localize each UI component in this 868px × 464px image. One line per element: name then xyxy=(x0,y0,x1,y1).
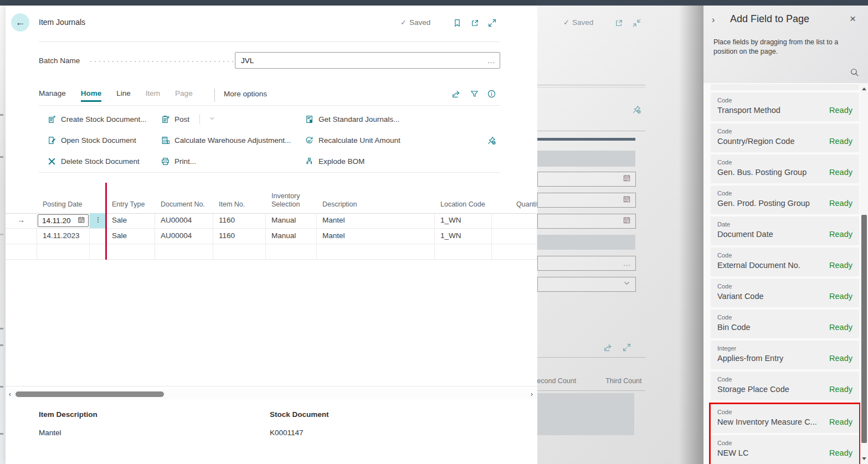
cell-posting-date[interactable]: 14.11.2023 xyxy=(37,229,90,244)
cell-quantity[interactable]: 2 xyxy=(492,229,537,244)
background-artifact xyxy=(0,234,3,235)
cell-document-no[interactable]: AU00004 xyxy=(155,229,213,244)
unpin-icon[interactable] xyxy=(486,135,496,145)
cell-inventory-selection[interactable]: Manual xyxy=(266,229,317,244)
cell-location-code[interactable] xyxy=(435,244,492,259)
column-header-location-code[interactable]: Location Code xyxy=(435,200,492,213)
scroll-right-icon[interactable]: › xyxy=(528,389,535,399)
row-context-menu-button[interactable] xyxy=(90,213,106,228)
row-selector[interactable] xyxy=(6,244,37,259)
field-card-gen-bus-posting-group[interactable]: CodeGen. Bus. Posting GroupReady xyxy=(711,154,859,183)
bookmark-icon[interactable] xyxy=(452,18,462,28)
column-header-quantity[interactable]: Quantity xyxy=(492,200,537,213)
cell-entry-type[interactable]: Sale xyxy=(106,213,155,228)
cell-location-code[interactable]: 1_WN xyxy=(435,213,492,228)
action-recalculate-unit-amount[interactable]: Recalculate Unit Amount xyxy=(305,133,400,147)
cell-description[interactable]: Mantel xyxy=(317,213,435,228)
more-options-button[interactable]: More options xyxy=(224,90,267,98)
scroll-left-icon[interactable]: ‹ xyxy=(7,389,13,399)
action-open-stock-document[interactable]: Open Stock Document xyxy=(47,133,147,147)
field-card-new-inventory-measure-c[interactable]: CodeNew Inventory Measure C...Ready xyxy=(711,404,859,433)
expand-icon[interactable] xyxy=(487,18,497,28)
field-card-variant-code[interactable]: CodeVariant CodeReady xyxy=(711,279,859,307)
action-post[interactable]: Post xyxy=(161,112,291,126)
info-icon[interactable] xyxy=(486,89,496,99)
action-calculate-warehouse-adjustment[interactable]: Calculate Warehouse Adjustment... xyxy=(161,133,291,147)
posting-date-input[interactable]: 14.11.20 xyxy=(38,214,89,227)
column-header-inventory-selection[interactable]: Inventory Selection xyxy=(266,192,317,213)
cell-document-no[interactable]: AU00004 xyxy=(155,213,213,228)
cell-quantity[interactable] xyxy=(492,244,537,259)
scroll-down-icon[interactable] xyxy=(862,457,866,460)
column-header-description[interactable]: Description xyxy=(317,200,435,213)
cell-item-no[interactable]: 1160 xyxy=(213,213,266,228)
field-card-transport-method[interactable]: CodeTransport MethodReady xyxy=(711,92,859,121)
action-print[interactable]: Print... xyxy=(161,154,291,168)
cell-location-code[interactable]: 1_WN xyxy=(435,229,492,244)
back-button[interactable]: ← xyxy=(11,13,29,32)
filter-icon[interactable] xyxy=(469,89,479,99)
action-delete-stock-document[interactable]: Delete Stock Document xyxy=(47,154,147,168)
cell-entry-type[interactable]: Sale xyxy=(106,229,155,244)
table-row[interactable] xyxy=(6,244,537,260)
open-in-new-window-icon[interactable] xyxy=(470,18,480,28)
action-column-3: Get Standard Journals...Recalculate Unit… xyxy=(305,112,400,168)
field-name: Gen. Bus. Posting Group xyxy=(717,168,807,177)
field-card-new-lc[interactable]: CodeNEW LCReady xyxy=(711,435,859,464)
calendar-icon[interactable] xyxy=(78,216,85,225)
column-header-posting-date[interactable]: Posting Date xyxy=(37,200,90,213)
action-get-standard-journals[interactable]: Get Standard Journals... xyxy=(305,112,400,126)
panel-scrollbar-thumb[interactable] xyxy=(861,215,867,443)
field-type: Code xyxy=(717,189,852,197)
search-icon[interactable] xyxy=(850,68,860,78)
column-header-entry-type[interactable]: Entry Type xyxy=(106,200,155,213)
background-selected-tab-bar xyxy=(537,138,635,141)
field-card-country-region-code[interactable]: CodeCountry/Region CodeReady xyxy=(711,123,859,152)
cell-posting-date[interactable]: 14.11.20 xyxy=(37,213,90,228)
divider xyxy=(537,357,645,358)
column-header-empty[interactable] xyxy=(90,209,106,213)
tab-home[interactable]: Home xyxy=(81,89,102,102)
cell-quantity[interactable]: 5 xyxy=(492,213,537,228)
field-card-external-document-no[interactable]: CodeExternal Document No.Ready xyxy=(711,248,859,276)
cell-item-no[interactable]: 1160 xyxy=(213,229,266,244)
tab-item: Item xyxy=(146,89,160,102)
cell-document-no[interactable] xyxy=(155,244,213,259)
horizontal-scrollbar-thumb[interactable] xyxy=(16,391,164,397)
tab-line[interactable]: Line xyxy=(116,89,131,102)
field-card-storage-place-code[interactable]: CodeStorage Place CodeReady xyxy=(711,372,859,400)
cell-description[interactable] xyxy=(317,244,435,259)
field-status-badge: Ready xyxy=(829,385,852,394)
action-create-stock-document[interactable]: Create Stock Document... xyxy=(47,112,147,126)
column-header-document-no[interactable]: Document No. xyxy=(155,200,213,213)
cell-item-no[interactable] xyxy=(213,244,266,259)
batch-name-lookup-button[interactable]: ... xyxy=(487,56,495,65)
cell-posting-date[interactable] xyxy=(37,244,90,259)
active-row-arrow-icon[interactable]: → xyxy=(6,213,37,228)
table-row[interactable]: 14.11.2023SaleAU000041160ManualMantel1_W… xyxy=(6,229,537,244)
table-row[interactable]: →14.11.20SaleAU000041160ManualMantel1_WN… xyxy=(6,213,537,229)
cell-inventory-selection[interactable] xyxy=(266,244,317,259)
cell-entry-type[interactable] xyxy=(106,244,155,259)
tab-manage[interactable]: Manage xyxy=(39,89,66,102)
share-icon[interactable] xyxy=(451,89,461,99)
batch-name-input[interactable]: JVL ... xyxy=(235,52,500,69)
collapse-panel-chevron-icon[interactable]: › xyxy=(712,15,715,25)
cell-inventory-selection[interactable]: Manual xyxy=(266,213,317,228)
column-header-item-no[interactable]: Item No. xyxy=(213,200,266,213)
field-card-bin-code[interactable]: CodeBin CodeReady xyxy=(711,310,859,338)
field-list: CodeTransport MethodReadyCodeCountry/Reg… xyxy=(711,84,859,464)
close-icon[interactable]: × xyxy=(850,13,856,25)
field-name: Document Date xyxy=(717,230,773,239)
recalculate-icon xyxy=(305,136,314,145)
field-card-applies-from-entry[interactable]: IntegerApplies-from EntryReady xyxy=(711,341,859,369)
column-header-empty[interactable] xyxy=(6,209,37,213)
field-card-gen-prod-posting-group[interactable]: CodeGen. Prod. Posting GroupReady xyxy=(711,185,859,214)
cell-description[interactable]: Mantel xyxy=(317,229,435,244)
field-card-document-date[interactable]: DateDocument DateReady xyxy=(711,216,859,245)
chevron-down-icon[interactable] xyxy=(209,115,215,123)
scroll-up-icon[interactable] xyxy=(862,87,866,90)
panel-scrollbar[interactable] xyxy=(860,83,868,464)
row-selector[interactable] xyxy=(6,229,37,244)
action-explode-bom[interactable]: Explode BOM xyxy=(305,154,400,168)
